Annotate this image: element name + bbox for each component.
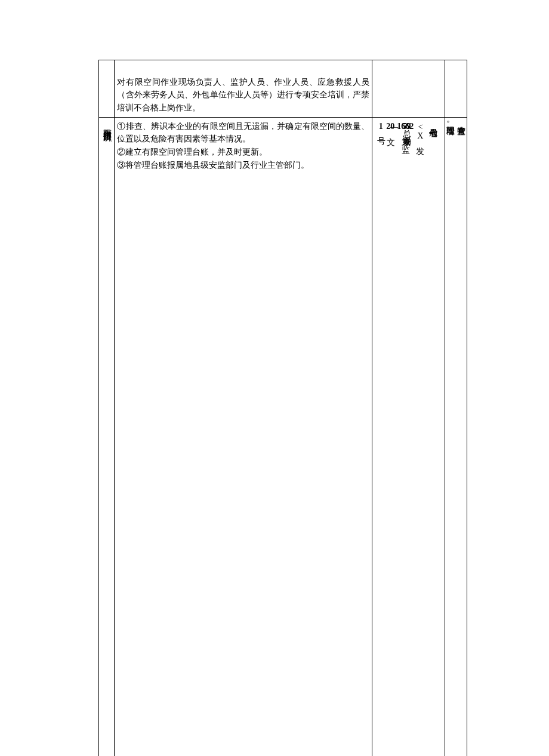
basis-text-left: 总59令条局安—1号 [374,122,413,131]
category-label: 有限空间排查辨识 [100,120,115,756]
cell-check [445,60,467,118]
cell-check: 看限间理。 查有空管账 [445,117,467,756]
table-row: 对有限空间作业现场负责人、监护人员、作业人员、应急救援人员（含外来劳务人员、外包… [99,60,467,118]
regulation-table: 对有限空间作业现场负责人、监护人员、作业人员、应急救援人员（含外来劳务人员、外包… [98,60,467,756]
cell-category: 有限空间排查辨识 [99,117,115,756]
content-text: ①排查、辨识本企业的有限空间且无遗漏，并确定有限空间的数量、位置以及危险有害因素… [117,122,369,170]
cell-basis: 局号七省<X发1662第，监20文 总59令条局安—1号 [372,117,445,756]
cell-content: 对有限空间作业现场负责人、监护人员、作业人员、应急救援人员（含外来劳务人员、外包… [115,60,372,118]
check-text-right: 查有空管账 [457,120,466,128]
check-text-left: 看限间理。 [446,120,455,128]
cell-category [99,60,115,118]
cell-content: ①排查、辨识本企业的有限空间且无遗漏，并确定有限空间的数量、位置以及危险有害因素… [115,117,372,756]
content-text: 对有限空间作业现场负责人、监护人员、作业人员、应急救援人员（含外来劳务人员、外包… [117,78,369,112]
table-row: 有限空间排查辨识 ①排查、辨识本企业的有限空间且无遗漏，并确定有限空间的数量、位… [99,117,467,756]
cell-basis [372,60,445,118]
document-page: 对有限空间作业现场负责人、监护人员、作业人员、应急救援人员（含外来劳务人员、外包… [98,60,467,756]
